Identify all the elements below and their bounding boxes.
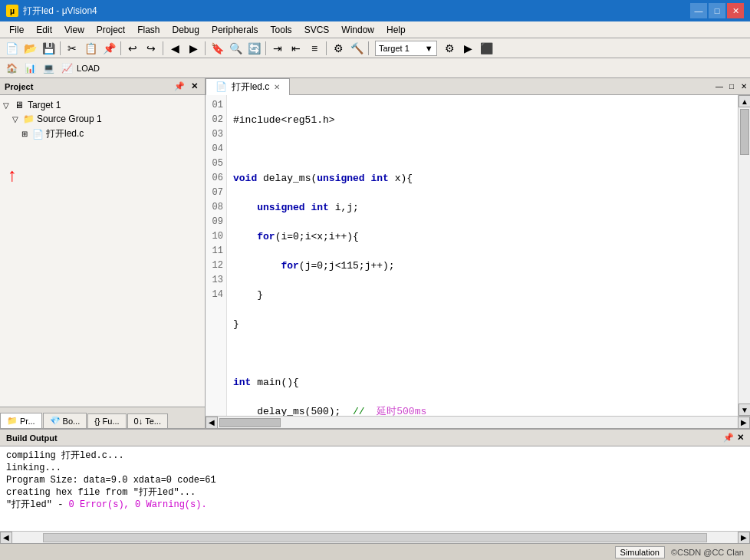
build-header: Build Output 📌 ✕ bbox=[0, 430, 750, 446]
build-close-button[interactable]: ✕ bbox=[737, 433, 744, 443]
menu-tools[interactable]: Tools bbox=[265, 23, 298, 37]
close-button[interactable]: ✕ bbox=[727, 3, 744, 18]
scroll-thumb-v[interactable] bbox=[740, 109, 749, 155]
build-scroll-right[interactable]: ▶ bbox=[738, 532, 750, 544]
perf-button[interactable]: 📈 bbox=[58, 60, 75, 77]
reg-button[interactable]: 📊 bbox=[21, 60, 38, 77]
tab-templates[interactable]: 0↓ Te... bbox=[127, 413, 168, 428]
menu-flash[interactable]: Flash bbox=[131, 23, 166, 37]
target-dropdown[interactable]: Target 1 ▼ bbox=[375, 41, 437, 56]
title-bar-left: μ 打开led - μVision4 bbox=[6, 5, 97, 18]
cut-button[interactable]: ✂ bbox=[64, 40, 81, 57]
toolbar-1: 📄 📂 💾 ✂ 📋 📌 ↩ ↪ ◀ ▶ 🔖 🔍 🔄 ⇥ ⇤ ≡ ⚙ 🔨 Targ… bbox=[0, 38, 750, 58]
scrollbar-vertical[interactable]: ▲ ▼ bbox=[738, 95, 750, 416]
replace-button[interactable]: 🔄 bbox=[245, 40, 262, 57]
app-icon: μ bbox=[6, 5, 18, 17]
build-line-2: linking... bbox=[6, 462, 744, 474]
menu-debug[interactable]: Debug bbox=[166, 23, 206, 37]
editor-window-controls: — □ ✕ bbox=[713, 81, 750, 93]
tree-item-source-group[interactable]: ▽ 📁 Source Group 1 bbox=[12, 112, 202, 126]
scroll-thumb-h[interactable] bbox=[219, 418, 281, 427]
tab-templates-icon: 0↓ bbox=[134, 417, 143, 426]
code-line-11: delay_ms(500); // 延时500ms bbox=[233, 404, 732, 416]
simulation-status: Simulation bbox=[615, 546, 665, 558]
paste-button[interactable]: 📌 bbox=[100, 40, 117, 57]
scroll-track-h[interactable] bbox=[218, 417, 738, 429]
proj-win-button[interactable]: 🏠 bbox=[3, 60, 20, 77]
project-tree: ↑ ▽ 🖥 Target 1 ▽ 📁 Source Group 1 ⊞ 📄 打开… bbox=[0, 95, 205, 407]
build-scroll-left[interactable]: ◀ bbox=[0, 532, 12, 544]
new-file-button[interactable]: 📄 bbox=[3, 40, 20, 57]
build-controls: 📌 ✕ bbox=[723, 433, 744, 443]
scroll-track-v[interactable] bbox=[738, 107, 750, 404]
tab-project[interactable]: 📁 Pr... bbox=[0, 413, 42, 428]
editor-tab-file[interactable]: 📄 打开led.c ✕ bbox=[206, 78, 290, 95]
menu-peripherals[interactable]: Peripherals bbox=[206, 23, 265, 37]
prog-button[interactable]: ▶ bbox=[460, 40, 477, 57]
undo-button[interactable]: ↩ bbox=[124, 40, 141, 57]
panel-close-button[interactable]: ✕ bbox=[189, 81, 200, 91]
menu-window[interactable]: Window bbox=[335, 23, 380, 37]
nav-back-button[interactable]: ◀ bbox=[166, 40, 183, 57]
outdent-button[interactable]: ⇤ bbox=[288, 40, 304, 57]
open-button[interactable]: 📂 bbox=[21, 40, 38, 57]
tree-item-target[interactable]: ▽ 🖥 Target 1 bbox=[3, 98, 202, 112]
menu-project[interactable]: Project bbox=[90, 23, 131, 37]
menu-edit[interactable]: Edit bbox=[30, 23, 58, 37]
scroll-up-button[interactable]: ▲ bbox=[738, 95, 750, 107]
sep4 bbox=[205, 41, 206, 55]
code-line-9 bbox=[233, 346, 732, 361]
menu-help[interactable]: Help bbox=[380, 23, 412, 37]
build-line-1: compiling 打开led.c... bbox=[6, 450, 744, 462]
menu-svcs[interactable]: SVCS bbox=[298, 23, 336, 37]
build-scroll-thumb[interactable] bbox=[43, 533, 707, 542]
target-options-button[interactable]: ⚙ bbox=[442, 40, 459, 57]
panel-controls: 📌 ✕ bbox=[172, 81, 200, 91]
build-area: Build Output 📌 ✕ compiling 打开led.c... li… bbox=[0, 428, 750, 543]
stop-button[interactable]: ⬛ bbox=[479, 40, 495, 57]
menu-view[interactable]: View bbox=[58, 23, 90, 37]
copy-button[interactable]: 📋 bbox=[82, 40, 99, 57]
mem-button[interactable]: 💻 bbox=[40, 60, 57, 77]
editor-minimize[interactable]: — bbox=[713, 81, 725, 93]
nav-fwd-button[interactable]: ▶ bbox=[185, 40, 202, 57]
redo-button[interactable]: ↪ bbox=[143, 40, 160, 57]
build-button[interactable]: 🔨 bbox=[348, 40, 365, 57]
editor-close[interactable]: ✕ bbox=[738, 81, 750, 93]
indent-button[interactable]: ⇥ bbox=[269, 40, 286, 57]
file-icon: 📄 bbox=[31, 129, 44, 140]
bookmark-button[interactable]: 🔖 bbox=[209, 40, 225, 57]
scroll-right-button[interactable]: ▶ bbox=[738, 417, 750, 429]
code-content[interactable]: #include<reg51.h> void delay_ms(unsigned… bbox=[227, 95, 738, 416]
editor-maximize[interactable]: □ bbox=[725, 81, 738, 93]
code-line-1: #include<reg51.h> bbox=[233, 113, 732, 127]
list-button[interactable]: ≡ bbox=[306, 40, 323, 57]
build-pin-button[interactable]: 📌 bbox=[723, 433, 734, 443]
tab-functions[interactable]: {} Fu... bbox=[87, 413, 126, 428]
scrollbar-horizontal[interactable]: ◀ ▶ bbox=[206, 416, 750, 428]
tab-books-icon: 💎 bbox=[50, 416, 61, 426]
tree-item-file[interactable]: ⊞ 📄 打开led.c bbox=[21, 126, 202, 142]
scroll-down-button[interactable]: ▼ bbox=[738, 404, 750, 416]
serial-button[interactable]: LOAD bbox=[77, 60, 100, 77]
compile-button[interactable]: ⚙ bbox=[330, 40, 347, 57]
tab-functions-label: Fu... bbox=[103, 417, 120, 426]
search-button[interactable]: 🔍 bbox=[227, 40, 244, 57]
build-content: compiling 打开led.c... linking... Program … bbox=[0, 446, 750, 531]
tree-target-label: Target 1 bbox=[28, 100, 61, 110]
maximize-button[interactable]: □ bbox=[709, 3, 725, 18]
panel-tabs: 📁 Pr... 💎 Bo... {} Fu... 0↓ Te... bbox=[0, 407, 205, 428]
tab-books[interactable]: 💎 Bo... bbox=[43, 413, 87, 428]
source-group-icon: 📁 bbox=[22, 114, 35, 124]
code-line-5: for(i=0;i<x;i++){ bbox=[233, 229, 732, 244]
menu-file[interactable]: File bbox=[3, 23, 30, 37]
build-scrollbar[interactable]: ◀ ▶ bbox=[0, 531, 750, 543]
scroll-left-button[interactable]: ◀ bbox=[206, 417, 218, 429]
code-line-4: unsigned int i,j; bbox=[233, 200, 732, 215]
minimize-button[interactable]: — bbox=[690, 3, 707, 18]
code-line-2 bbox=[233, 142, 732, 156]
panel-pin-button[interactable]: 📌 bbox=[172, 81, 187, 91]
save-button[interactable]: 💾 bbox=[40, 40, 57, 57]
code-line-10: int main(){ bbox=[233, 375, 732, 390]
editor-tab-close[interactable]: ✕ bbox=[274, 83, 280, 91]
